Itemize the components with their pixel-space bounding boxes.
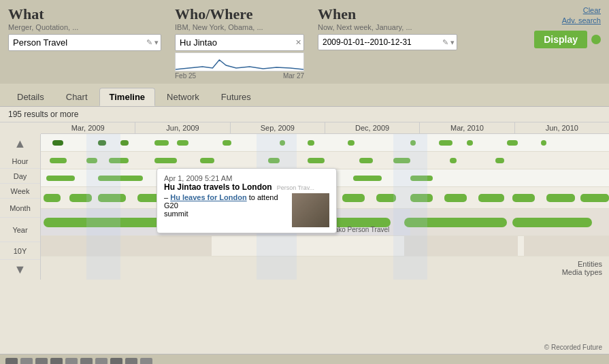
month-4: Dec, 2009 [325,122,419,133]
who-input[interactable] [175,34,304,51]
bar-month-13[interactable] [444,194,467,202]
bar-day-4[interactable] [154,158,177,163]
tooltip-link[interactable]: Hu leaves for London [170,193,246,201]
bottom-icons-bar [0,354,609,364]
bar-hour-3[interactable] [120,140,129,146]
tooltip-image [292,193,329,227]
bar-week-5[interactable] [353,176,382,181]
bar-month-14[interactable] [478,194,504,202]
action-section: Clear Adv. search Display [534,5,601,48]
month-5: Mar, 2010 [419,122,514,133]
icon-export[interactable] [50,358,63,365]
icon-table[interactable] [35,358,48,365]
tab-timeline[interactable]: Timeline [99,88,156,106]
tab-futures[interactable]: Futures [211,88,261,106]
bar-month-16[interactable] [546,194,575,202]
tooltip: Apr 1, 2009 5:21 AM Hu Jintao travels to… [157,168,337,233]
row-day [41,152,609,169]
bar-hour-12[interactable] [467,140,472,146]
icon-chart[interactable] [20,358,33,365]
what-input[interactable] [8,34,161,51]
adv-label[interactable]: Adv. search [562,16,601,26]
bar-week-1[interactable] [46,176,75,181]
what-clear-icon[interactable]: ✎ ▾ [146,38,159,47]
bar-hour-5[interactable] [177,140,188,146]
bar-day-9[interactable] [393,158,410,163]
month-1: Mar, 2009 [41,122,135,133]
bar-hour-6[interactable] [223,140,231,146]
bar-month-3[interactable] [98,194,127,202]
clear-label[interactable]: Clear [562,5,601,16]
results-bar: 195 results or more [0,107,609,122]
bar-day-3[interactable] [109,158,129,163]
display-button[interactable]: Display [534,31,587,48]
bar-hour-9[interactable] [348,140,355,146]
bar-hour-8[interactable] [308,140,314,146]
bar-month-11[interactable] [376,194,396,202]
when-label: When [318,5,457,23]
icon-feed4[interactable] [125,358,137,365]
bar-day-6[interactable] [268,158,280,163]
bar-day-11[interactable] [495,158,504,163]
bar-day-1[interactable] [50,158,67,163]
bar-year-3[interactable] [512,218,592,227]
who-label: Who/Where [175,5,304,23]
bar-hour-1[interactable] [52,140,64,146]
bar-hour-2[interactable] [98,140,107,146]
legend: Entities Media types [562,260,602,276]
row-10y [41,236,609,257]
row-label-week: Week [0,184,40,199]
bar-hour-14[interactable] [541,140,546,146]
bar-day-10[interactable] [450,158,457,163]
row-labels-column: ▲ Hour Day Week Month Year 10Y ▼ [0,134,41,280]
tab-network[interactable]: Network [157,88,210,106]
bar-month-12[interactable] [410,194,433,202]
bar-week-6[interactable] [410,176,433,181]
row-label-hour: Hour [0,154,40,169]
icon-img[interactable] [5,358,18,365]
legend-media-types: Media types [562,268,602,276]
bar-day-5[interactable] [200,158,214,163]
icon-feed1[interactable] [80,358,93,365]
bar-week-2[interactable] [98,176,144,181]
what-input-wrap: ✎ ▾ [8,34,161,51]
bar-hour-4[interactable] [154,140,169,146]
bar-month-1[interactable] [44,194,61,202]
icon-feed2[interactable] [95,358,108,365]
icon-feed5[interactable] [140,358,152,365]
month-3: Sep, 2009 [230,122,325,133]
tooltip-text-area: – Hu leaves for London to attend G20 sum… [164,193,286,227]
tab-chart[interactable]: Chart [56,88,98,106]
minigraph-dates: Feb 25 Mar 27 [175,72,304,80]
bar-hour-11[interactable] [439,140,453,146]
icon-rss[interactable] [65,358,78,365]
bar-day-2[interactable] [86,158,98,163]
bar-month-15[interactable] [512,194,535,202]
bar-month-2[interactable] [69,194,92,202]
bar-month-10[interactable] [342,194,365,202]
who-clear-icon[interactable]: ✕ [295,38,301,47]
nav-down-button[interactable]: ▼ [0,260,40,280]
when-clear-icon[interactable]: ✎ ▾ [442,38,455,47]
nav-up-button[interactable]: ▲ [0,134,40,154]
bar-day-8[interactable] [359,158,374,163]
bar-hour-7[interactable] [280,140,285,146]
sparkline-svg [176,53,303,71]
row-label-month: Month [0,199,40,218]
icon-feed3[interactable] [110,358,122,365]
what-sub: Merger, Quotation, ... [8,23,161,31]
month-2: Jun, 2009 [135,122,229,133]
when-input[interactable] [318,34,457,50]
bar-hour-13[interactable] [507,140,519,146]
bar-hour-10[interactable] [410,140,416,146]
who-section: Who/Where IBM, New York, Obama, ... ✕ Fe… [175,5,304,80]
row-hour [41,134,609,152]
rows-area: Hu Jintao travels to Bamako Person Trave… [41,134,609,280]
bar-year-2[interactable] [404,218,506,227]
who-sub: IBM, New York, Obama, ... [175,23,304,31]
copyright: © Recorded Future [544,344,602,351]
bar-day-7[interactable] [308,158,325,163]
date-start: Feb 25 [175,72,196,80]
tab-details[interactable]: Details [7,88,54,106]
bar-month-17[interactable] [580,194,609,202]
